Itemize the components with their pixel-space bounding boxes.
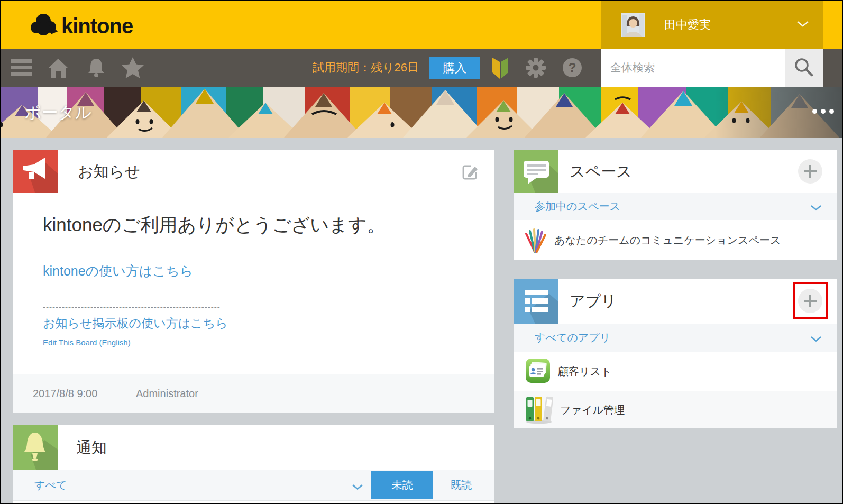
hamburger-menu-icon[interactable]	[10, 49, 33, 87]
apps-header: アプリ	[514, 279, 837, 324]
app-name: ファイル管理	[560, 403, 625, 417]
filter-all-dropdown[interactable]: すべて	[34, 470, 67, 500]
joined-spaces-label: 参加中のスペース	[535, 193, 620, 220]
user-avatar	[621, 13, 645, 37]
joined-spaces-row[interactable]: 参加中のスペース	[514, 193, 837, 221]
app-header: kintone 田中愛実	[1, 1, 842, 49]
colored-pencils-image	[1, 87, 842, 138]
unread-tab-button[interactable]: 未読	[371, 471, 433, 499]
notifications-filter-bar: すべて 未読 既読	[13, 470, 494, 501]
megaphone-icon	[13, 150, 58, 193]
notifications-title: 通知	[76, 425, 107, 470]
spaces-title: スペース	[570, 150, 632, 193]
customer-list-app-icon	[525, 358, 551, 386]
app-item-file-management[interactable]: ファイル管理	[514, 391, 837, 428]
kintone-portal-screen: kintone 田中愛実	[0, 0, 843, 504]
logo-text: kintone	[61, 14, 133, 38]
trial-period-text: 試用期間：残り26日	[265, 49, 419, 87]
edit-announcement-button[interactable]	[460, 162, 479, 181]
space-name: あなたのチームのコミュニケーションスペース	[554, 233, 781, 248]
dashed-divider: ----------------------------------------…	[43, 303, 221, 311]
edit-board-english-link[interactable]: Edit This Board (English)	[43, 338, 131, 347]
user-menu-button[interactable]: 田中愛実	[601, 1, 823, 49]
notifications-header: 通知	[13, 425, 494, 470]
buy-button[interactable]: 購入	[429, 57, 480, 79]
red-highlight-annotation	[793, 282, 828, 319]
portal-cover-image: ポータル	[1, 87, 842, 138]
filter-chevron-down-icon[interactable]	[352, 483, 363, 492]
app-item-customer-list[interactable]: 顧客リスト	[514, 352, 837, 391]
apps-panel: アプリ すべてのアプリ	[514, 279, 837, 428]
settings-gear-icon[interactable]	[524, 49, 548, 87]
announcements-header: お知らせ	[13, 150, 494, 193]
board-usage-link[interactable]: お知らせ掲示板の使い方はこちら	[43, 315, 228, 332]
app-list-icon	[514, 279, 558, 324]
read-tab-button[interactable]: 既読	[451, 470, 472, 500]
notifications-bell-icon[interactable]	[85, 49, 108, 87]
favorites-star-icon[interactable]	[121, 49, 145, 87]
kintone-logo[interactable]: kintone	[29, 13, 133, 39]
home-icon[interactable]	[47, 49, 70, 87]
notifications-panel: 通知 すべて 未読 既読	[13, 425, 494, 503]
svg-text:?: ?	[569, 60, 576, 75]
app-name: 顧客リスト	[558, 364, 611, 379]
bell-tile-icon	[13, 425, 58, 470]
usage-guide-link[interactable]: kintoneの使い方はこちら	[43, 262, 193, 280]
spaces-header: スペース	[514, 150, 837, 193]
file-management-app-icon	[525, 393, 553, 426]
search-icon	[793, 57, 814, 79]
apps-chevron-down-icon	[810, 335, 822, 344]
user-menu-chevron-icon	[796, 20, 809, 30]
search-button[interactable]	[785, 49, 823, 87]
apps-title: アプリ	[570, 279, 617, 324]
add-space-button[interactable]	[798, 159, 822, 184]
portal-options-menu[interactable]	[812, 109, 834, 114]
speech-bubble-icon	[514, 150, 558, 193]
search-input[interactable]	[601, 49, 785, 87]
announcement-footer: 2017/8/8 9:00 Administrator	[13, 374, 494, 413]
announcements-panel: お知らせ kintoneのご利用ありがとうございます。 kintoneの使い方は…	[13, 150, 494, 412]
announcements-title: お知らせ	[78, 150, 140, 193]
kintone-cloud-icon	[29, 13, 58, 39]
announcement-author: Administrator	[136, 374, 198, 413]
global-nav-bar: 試用期間：残り26日 購入 ?	[1, 49, 842, 87]
space-thumbnail-pencils	[524, 227, 547, 253]
space-list-item[interactable]: あなたのチームのコミュニケーションスペース	[514, 220, 837, 260]
spaces-panel: スペース 参加中のスペース	[514, 150, 837, 260]
all-apps-row[interactable]: すべてのアプリ	[514, 324, 837, 352]
announcement-date: 2017/8/8 9:00	[33, 374, 97, 413]
beginner-guide-icon[interactable]	[489, 49, 512, 87]
user-name: 田中愛実	[664, 17, 796, 33]
spaces-chevron-down-icon	[810, 204, 822, 213]
help-icon[interactable]: ?	[561, 49, 584, 87]
all-apps-label: すべてのアプリ	[535, 324, 610, 352]
announcement-greeting-text: kintoneのご利用ありがとうございます。	[43, 213, 386, 237]
portal-page-title: ポータル	[25, 102, 91, 124]
